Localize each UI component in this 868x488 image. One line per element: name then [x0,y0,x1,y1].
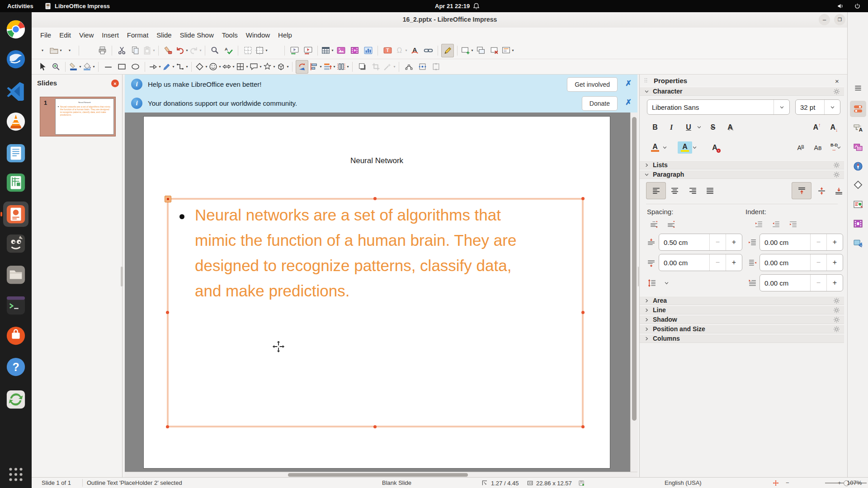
clear-formatting-button[interactable]: A × [708,141,722,154]
stars-dropdown-arrow[interactable]: ▾ [273,65,275,69]
selection-handle[interactable] [166,425,169,428]
paste-button[interactable]: ▾ [142,44,155,57]
align-left-button[interactable] [646,182,666,199]
insert-chart-button[interactable] [362,44,374,57]
selection-handle[interactable] [373,425,377,428]
sidebar-menu-button[interactable] [850,80,866,96]
donate-button[interactable]: Donate [582,96,618,111]
libreoffice-calc-icon[interactable] [3,170,28,195]
hyperlink-button[interactable] [422,44,434,57]
draw-functions-button[interactable] [441,44,454,57]
slide-layout-button[interactable]: ▾ [501,44,514,57]
section-columns[interactable]: Columns [640,334,844,343]
undo-button[interactable]: ▾ [175,44,188,57]
menu-slide-show[interactable]: Slide Show [176,29,218,41]
arrange-dropdown-arrow[interactable]: ▾ [333,65,335,69]
menu-slide[interactable]: Slide [152,29,175,41]
callouts-button[interactable]: ▾ [249,60,262,74]
gear-icon[interactable] [833,306,840,314]
files-icon[interactable] [3,262,28,287]
horizontal-scrollbar-thumb[interactable] [288,473,468,477]
subscript-button[interactable]: Aʙ [811,141,825,154]
block-arrows-dropdown-arrow[interactable]: ▾ [232,65,234,69]
flowchart-dropdown-arrow[interactable]: ▾ [246,65,248,69]
power-menu[interactable] [851,0,864,12]
arrange-button[interactable]: ▾ [323,60,335,74]
volume-icon[interactable] [834,0,847,12]
stars-button[interactable]: ▾ [263,60,275,74]
tab-properties[interactable] [850,101,866,117]
insert-media-button[interactable] [348,44,361,57]
slide-title-text[interactable]: Neural Network [144,156,610,165]
3d-objects-button[interactable]: ▾ [276,60,289,74]
save-dropdown-arrow[interactable]: ▾ [69,48,71,52]
increment-button[interactable]: + [826,234,843,250]
slide-count-field[interactable]: Slide 1 of 1 [42,479,71,486]
shadow-button[interactable] [356,60,368,74]
help-icon[interactable]: ? [3,354,28,380]
special-character-button[interactable]: Ω▾ [395,44,407,57]
lines-arrows-button[interactable]: ▾ [148,60,161,74]
tab-slide-transition[interactable] [850,235,866,251]
bold-button[interactable]: B [648,121,662,133]
symbol-shapes-dropdown-arrow[interactable]: ▾ [219,65,221,69]
after-indent-value[interactable]: 0.00 cm [760,259,810,267]
grip-icon[interactable] [643,77,650,84]
section-position-and-size[interactable]: Position and Size [640,324,844,333]
menu-format[interactable]: Format [123,29,153,41]
first-line-indent-spinner[interactable]: 0.00 cm − + [760,274,843,291]
fit-slide-icon[interactable] [772,479,779,487]
insert-textbox-button[interactable]: T [381,44,394,57]
menu-help[interactable]: Help [274,29,296,41]
terminal-icon[interactable] [3,293,28,318]
highlight-color-dropdown[interactable] [690,141,698,154]
menu-tools[interactable]: Tools [218,29,242,41]
section-line[interactable]: Line [640,305,844,314]
clock-menu[interactable]: Apr 21 22:19 [430,0,485,12]
tab-animation[interactable] [850,216,866,232]
underline-button[interactable]: U [681,121,696,133]
redo-button[interactable]: ▾ [189,44,202,57]
slide-layout-dropdown-arrow[interactable]: ▾ [512,48,514,52]
gear-icon[interactable] [833,171,840,178]
fill-color-dropdown-arrow[interactable]: ▾ [93,65,94,69]
zoom-out-button[interactable]: − [786,479,789,486]
connector-button[interactable]: ▾ [175,60,188,74]
gluepoint-functions-button[interactable] [429,60,442,74]
selection-handle[interactable] [581,197,585,200]
snap-guides-dropdown-arrow[interactable]: ▾ [265,48,267,52]
lines-arrows-dropdown-arrow[interactable]: ▾ [159,65,160,69]
find-replace-button[interactable] [208,44,221,57]
vscode-icon[interactable] [3,78,28,103]
align-justify-button[interactable] [700,182,720,199]
selection-handle[interactable] [166,311,169,314]
increase-indent-button[interactable] [753,219,764,229]
increment-button[interactable]: + [726,234,742,250]
basic-shapes-button[interactable]: ▾ [195,60,208,74]
line-color-button[interactable]: ▾ [69,60,81,74]
activities-button[interactable]: Activities [3,0,38,12]
increment-button[interactable]: + [826,254,843,271]
decrement-button[interactable]: − [810,234,826,250]
new-document-dropdown-arrow[interactable]: ▾ [42,48,43,52]
vertical-scrollbar[interactable] [630,113,638,472]
decrement-button[interactable]: − [709,234,726,250]
focused-app-menu[interactable]: LibreOffice Impress [40,0,114,12]
decrease-indent-button[interactable] [770,219,782,229]
new-document-button[interactable]: ▾ [36,44,48,57]
gear-icon[interactable] [833,88,840,95]
tab-styles[interactable]: A [850,120,866,136]
redo-dropdown-arrow[interactable]: ▾ [199,48,201,52]
cut-button[interactable] [115,44,128,57]
language-field[interactable]: English (USA) [665,479,702,486]
hanging-indent-button[interactable] [787,219,799,229]
zoom-in-button[interactable]: + [838,479,841,486]
before-text-indent-spinner[interactable]: 0.00 cm − + [760,234,843,251]
below-spacing-value[interactable]: 0.00 cm [659,259,709,267]
ellipse-button[interactable] [129,60,142,74]
character-spacing-dropdown[interactable] [835,141,842,154]
insert-image-button[interactable] [335,44,347,57]
decrement-button[interactable]: − [709,254,726,271]
ubuntu-software-icon[interactable] [3,323,28,348]
text-placeholder-selection[interactable]: Neural networks are a set of algorithms … [167,198,584,427]
